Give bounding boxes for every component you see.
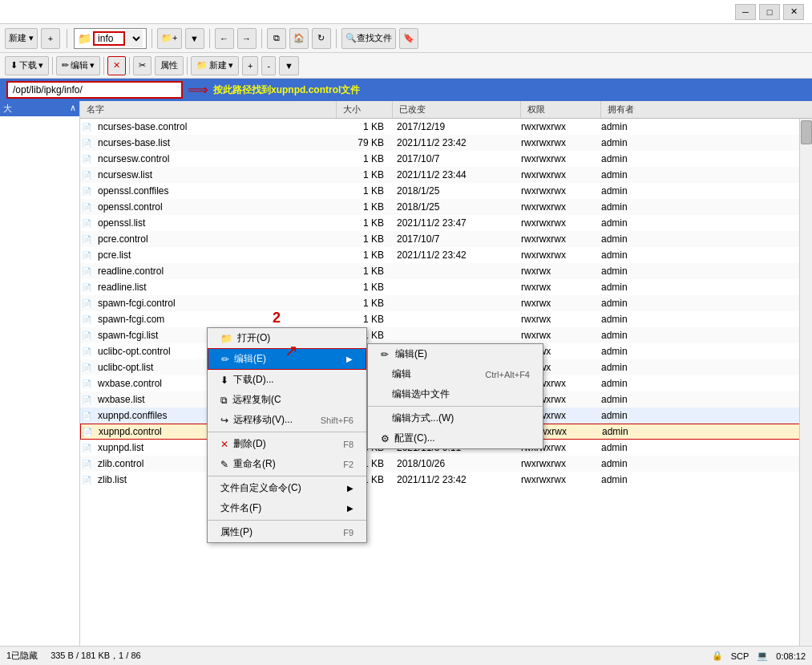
delete-shortcut: F8 (343, 440, 353, 449)
table-row[interactable]: 📄 openssl.conffiles 1 KB 2018/1/25 rwxrw… (80, 183, 812, 199)
delete-x-icon: ✕ (220, 439, 228, 450)
file-owner: admin (595, 458, 659, 469)
tb-plus[interactable]: + (41, 28, 60, 49)
back-btn[interactable]: ← (215, 28, 234, 49)
bookmark-btn[interactable]: 🔖 (399, 28, 418, 49)
file-owner: admin (595, 394, 659, 405)
delete-icon: ✕ (113, 60, 120, 71)
ctx-remote-move[interactable]: ↪ 远程移动(V)... Shift+F6 (208, 410, 366, 430)
ctx-download[interactable]: ⬇ 下载(D)... (208, 370, 366, 390)
sub-ctx-edit-selected[interactable]: 编辑选中文件 (368, 384, 543, 404)
scrollbar-vertical[interactable] (799, 119, 812, 646)
file-owner: admin (595, 249, 659, 261)
new-button[interactable]: 新建 ▾ (5, 28, 38, 49)
file-icon: 📄 (82, 123, 95, 132)
table-row[interactable]: 📄 openssl.list 1 KB 2021/11/2 23:47 rwxr… (80, 215, 812, 231)
forward-btn[interactable]: → (237, 28, 257, 49)
left-panel-header: 大 ∧ (0, 101, 79, 116)
file-size: 1 KB (334, 121, 390, 132)
file-icon: 📄 (82, 363, 95, 372)
table-row[interactable]: 📄 pcre.list 1 KB 2021/11/2 23:42 rwxrwxr… (80, 247, 812, 263)
ctx-remote-copy[interactable]: ⧉ 远程复制(C (208, 390, 366, 410)
file-size: 1 KB (334, 314, 390, 325)
titlebar: ─ □ ✕ (0, 0, 812, 24)
table-row[interactable]: 📄 pcre.control 1 KB 2017/10/7 rwxrwxrwx … (80, 231, 812, 247)
file-icon: 📄 (82, 155, 95, 164)
header-name: 名字 (80, 101, 337, 118)
file-size: 1 KB (334, 201, 390, 213)
file-icon: 📄 (82, 283, 95, 292)
folder-new-btn[interactable]: 📁+ (157, 28, 181, 49)
table-row[interactable]: 📄 spawn-fcgi.list 1 KB rwxrwx admin (80, 327, 812, 343)
file-owner: admin (595, 378, 659, 389)
file-name: openssl.list (98, 217, 334, 229)
minimize-button[interactable]: ─ (735, 4, 756, 20)
file-owner: admin (595, 282, 659, 293)
table-row[interactable]: 📄 ncurses-base.control 1 KB 2017/12/19 r… (80, 119, 812, 135)
file-date: 2021/11/2 23:42 (390, 474, 515, 485)
file-icon: 📄 (82, 315, 95, 324)
ctx-separator1 (208, 432, 366, 432)
left-panel: 大 ∧ (0, 101, 80, 646)
home-btn[interactable]: 🏠 (289, 28, 309, 49)
find-file-btn[interactable]: 🔍 查找文件 (341, 28, 396, 49)
sub-context-menu[interactable]: ✏ 编辑(E) 编辑 Ctrl+Alt+F4 编辑选中文件 编辑方式...(W)… (367, 343, 543, 449)
sub-ctx-edit-plain[interactable]: 编辑 Ctrl+Alt+F4 (368, 364, 543, 384)
sub-ctx-edit-mode[interactable]: 编辑方式...(W) (368, 408, 543, 428)
delete-btn[interactable]: ✕ (107, 56, 126, 75)
path-dropdown[interactable] (127, 30, 143, 47)
search-icon: 🔍 (345, 33, 357, 43)
table-row[interactable]: 📄 ncursesw.list 1 KB 2021/11/2 23:44 rwx… (80, 167, 812, 183)
table-row[interactable]: 📄 zlib.control 1 KB 2018/10/26 rwxrwxrwx… (80, 456, 812, 472)
edit-btn[interactable]: ✏ 编辑 ▾ (56, 56, 100, 75)
ctx-properties[interactable]: 属性(P) F9 (208, 522, 366, 542)
table-row[interactable]: 📄 readline.control 1 KB rwxrwx admin (80, 263, 812, 279)
file-size: 1 KB (334, 185, 390, 197)
pathbar: ⟹ 按此路径找到xupnpd.control文件 (0, 79, 812, 101)
copy-btn[interactable]: ⧉ (267, 28, 286, 49)
file-icon: 📄 (82, 251, 95, 260)
table-row[interactable]: 📄 readline.list 1 KB rwxrwx admin (80, 279, 812, 295)
refresh-btn[interactable]: ↻ (312, 28, 331, 49)
table-row[interactable]: 📄 ncursesw.control 1 KB 2017/10/7 rwxrwx… (80, 151, 812, 167)
path-input[interactable] (6, 81, 183, 99)
table-row[interactable]: 📄 openssl.control 1 KB 2018/1/25 rwxrwxr… (80, 199, 812, 215)
tb2-extra[interactable]: ▼ (279, 56, 299, 75)
file-icon: 📄 (82, 412, 95, 420)
ctx-rename[interactable]: ✎ 重命名(R) F2 (208, 454, 366, 474)
file-owner: admin (595, 137, 659, 148)
properties-btn[interactable]: 属性 (155, 56, 184, 75)
sub-ctx-config[interactable]: ⚙ 配置(C)... (368, 428, 543, 448)
maximize-button[interactable]: □ (759, 4, 780, 20)
cut-btn[interactable]: ✂ (133, 56, 151, 75)
table-row[interactable]: 📄 zlib.list 1 KB 2021/11/2 23:42 rwxrwxr… (80, 472, 812, 488)
sub-ctx-edit-label[interactable]: ✏ 编辑(E) (368, 344, 543, 364)
filter-btn[interactable]: ▼ (185, 28, 204, 49)
file-perm: rwxrwxrwx (515, 217, 595, 229)
file-owner: admin (595, 346, 659, 357)
ctx-delete[interactable]: ✕ 删除(D) F8 (208, 434, 366, 454)
ctx-custom-cmd[interactable]: 文件自定义命令(C) ▶ (208, 478, 366, 498)
download-btn[interactable]: ⬇ 下载 ▾ (5, 56, 49, 75)
file-date: 2018/10/26 (390, 458, 515, 469)
file-name: ncursesw.control (98, 153, 334, 164)
new-folder-btn[interactable]: 📁 新建 ▾ (191, 56, 239, 75)
table-row[interactable]: 📄 spawn-fcgi.control 1 KB rwxrwx admin (80, 295, 812, 311)
folder-add-icon: 📁 (196, 60, 208, 71)
table-row[interactable]: 📄 ncurses-base.list 79 KB 2021/11/2 23:4… (80, 135, 812, 151)
file-owner: admin (595, 185, 659, 197)
file-name: ncursesw.list (98, 169, 334, 180)
file-perm: rwxrwx (515, 314, 595, 325)
file-name: pcre.control (98, 233, 334, 245)
hidden-count: 1已隐藏 (6, 650, 38, 662)
ctx-filename[interactable]: 文件名(F) ▶ (208, 498, 366, 518)
time-display: 0:08:12 (776, 651, 806, 661)
plus-btn[interactable]: + (242, 56, 258, 75)
file-owner: admin (595, 314, 659, 325)
file-date: 2017/10/7 (390, 233, 515, 245)
close-button[interactable]: ✕ (783, 4, 804, 20)
table-row[interactable]: 📄 spawn-fcgi.com 1 KB rwxrwx admin (80, 311, 812, 327)
file-owner: admin (595, 121, 659, 132)
file-size: 1 KB (334, 298, 390, 309)
minus-btn[interactable]: - (261, 56, 276, 75)
